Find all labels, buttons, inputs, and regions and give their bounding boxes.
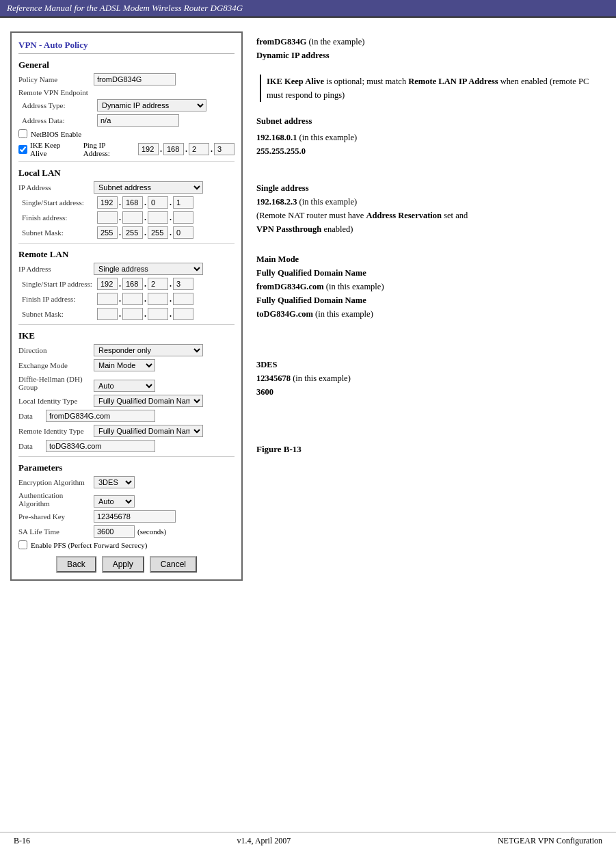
ann2-text: IKE Keep Alive is optional; must match R… <box>267 75 606 102</box>
remote-ip-4[interactable] <box>173 278 193 290</box>
local-ip-2[interactable] <box>122 196 143 209</box>
sa-life-input[interactable] <box>94 525 135 538</box>
local-finish-1[interactable] <box>97 211 118 224</box>
remote-subnet-label: Subnet Mask: <box>22 310 97 318</box>
header-title: Reference Manual for the ADSL Modem Wire… <box>7 3 243 13</box>
local-finish-4[interactable] <box>173 211 193 224</box>
subnet-4[interactable] <box>173 226 193 239</box>
ann15-bold: 3DES <box>256 360 278 369</box>
remote-ip-select[interactable]: Single address <box>94 263 203 275</box>
address-data-input[interactable] <box>97 114 179 127</box>
remote-ip-1[interactable] <box>97 278 118 290</box>
ann8-bold: Address Reservation <box>366 211 442 220</box>
subnet-2[interactable] <box>122 226 143 239</box>
ike-keep-alive-checkbox[interactable] <box>18 145 27 154</box>
ann14-text: (in this example) <box>313 309 373 319</box>
local-identity-label: Local Identity Type <box>18 397 94 405</box>
encryption-select[interactable]: 3DES <box>94 476 135 488</box>
local-finish-label: Finish address: <box>22 213 97 222</box>
local-finish-3[interactable] <box>148 211 168 224</box>
back-button[interactable]: Back <box>56 556 96 573</box>
address-type-select[interactable]: Dynamic IP address <box>97 99 206 111</box>
ann9-bold: VPN Passthrough <box>256 224 321 234</box>
ann9-text: enabled) <box>321 224 353 234</box>
ping-ip-2[interactable] <box>163 143 184 155</box>
local-finish-2[interactable] <box>122 211 143 224</box>
netbios-checkbox[interactable] <box>18 129 27 138</box>
remote-identity-select[interactable]: Fully Qualified Domain Name <box>94 425 203 437</box>
exchange-mode-select[interactable]: Main Mode <box>94 359 155 371</box>
local-ip-3[interactable] <box>148 196 168 209</box>
ann5-bold: 255.255.255.0 <box>256 146 306 156</box>
exchange-mode-label: Exchange Mode <box>18 361 94 369</box>
local-ip-group: . . . <box>97 196 193 209</box>
section-local-lan: Local LAN <box>18 168 235 179</box>
remote-subnet-1[interactable] <box>97 308 118 320</box>
remote-finish-2[interactable] <box>122 293 143 305</box>
section-general: General <box>18 60 235 70</box>
direction-row: Direction Responder only <box>18 344 235 356</box>
remote-finish-3[interactable] <box>148 293 168 305</box>
remote-ip-2[interactable] <box>122 278 143 290</box>
ann12-text: (in this example) <box>324 282 384 291</box>
remote-data-input[interactable] <box>46 440 155 452</box>
address-type-label: Address Type: <box>22 101 97 109</box>
direction-select[interactable]: Responder only <box>94 344 203 356</box>
subnet-3[interactable] <box>148 226 168 239</box>
policy-name-input[interactable] <box>94 73 176 86</box>
sa-life-label: SA Life Time <box>18 527 94 536</box>
ping-ip-label: Ping IP Address: <box>83 141 133 157</box>
remote-ip-3[interactable] <box>148 278 168 290</box>
local-ip-address-label-row: IP Address Subnet address <box>18 181 235 194</box>
remote-data-row: Data <box>18 440 235 452</box>
local-ip-1[interactable] <box>97 196 118 209</box>
local-ip-4[interactable] <box>173 196 193 209</box>
remote-subnet-3[interactable] <box>148 308 168 320</box>
preshared-label: Pre-shared Key <box>18 512 94 521</box>
auth-algorithm-select[interactable]: Auto <box>94 495 135 508</box>
ping-ip-1[interactable] <box>138 143 159 155</box>
annotation-10: Main Mode Fully Qualified Domain Name fr… <box>256 252 606 321</box>
preshared-row: Pre-shared Key <box>18 510 235 523</box>
section-remote-lan: Remote LAN <box>18 249 235 260</box>
ann15-text: 3DES 12345678 (in this example) 3600 <box>256 358 606 399</box>
local-data-row: Data <box>18 410 235 422</box>
local-finish-ip-group: . . . <box>97 211 193 224</box>
annotations-panel: fromDG834G (in the example) Dynamic IP a… <box>256 31 606 581</box>
ann8-text2: set and <box>442 211 468 220</box>
footer-center: v1.4, April 2007 <box>237 836 291 846</box>
local-ip-address-label: IP Address <box>18 183 94 192</box>
ann10-bold: Main Mode <box>256 254 299 264</box>
remote-single-start-label: Single/Start IP address: <box>22 280 97 288</box>
dh-group-label: Diffie-Hellman (DH)Group <box>18 375 94 391</box>
remote-finish-row: Finish IP address: . . . <box>22 293 235 305</box>
remote-subnet-4[interactable] <box>173 308 193 320</box>
remote-subnet-2[interactable] <box>122 308 143 320</box>
ann3-text: Subnet address <box>256 114 606 128</box>
pfs-checkbox[interactable] <box>18 540 27 549</box>
auth-algorithm-row: AuthenticationAlgorithm Auto <box>18 491 235 508</box>
subnet-1[interactable] <box>97 226 118 239</box>
local-identity-select[interactable]: Fully Qualified Domain Name <box>94 395 203 407</box>
remote-ip-group: . . . <box>97 278 193 290</box>
remote-finish-4[interactable] <box>173 293 193 305</box>
remote-finish-group: . . . <box>97 293 193 305</box>
preshared-input[interactable] <box>94 510 176 523</box>
annotation-1: fromDG834G (in the example) Dynamic IP a… <box>256 35 606 62</box>
remote-finish-1[interactable] <box>97 293 118 305</box>
remote-vpn-row: Remote VPN Endpoint <box>18 88 235 96</box>
figure-label: Figure B-13 <box>256 443 606 456</box>
spacer-1 <box>256 161 606 181</box>
ping-ip-4[interactable] <box>214 143 235 155</box>
pfs-label: Enable PFS (Perfect Forward Secrecy) <box>31 541 147 549</box>
divider-1 <box>18 161 235 162</box>
apply-button[interactable]: Apply <box>102 556 144 573</box>
cancel-button[interactable]: Cancel <box>150 556 197 573</box>
local-ip-address-select[interactable]: Subnet address <box>94 181 203 194</box>
local-data-input[interactable] <box>46 410 155 422</box>
ann1-bold2: Dynamic IP address <box>256 51 330 60</box>
ping-ip-3[interactable] <box>189 143 209 155</box>
ann4-bold: 192.168.0.1 <box>256 133 297 142</box>
netbios-row: NetBIOS Enable <box>18 129 235 138</box>
dh-group-select[interactable]: Auto <box>94 380 155 392</box>
